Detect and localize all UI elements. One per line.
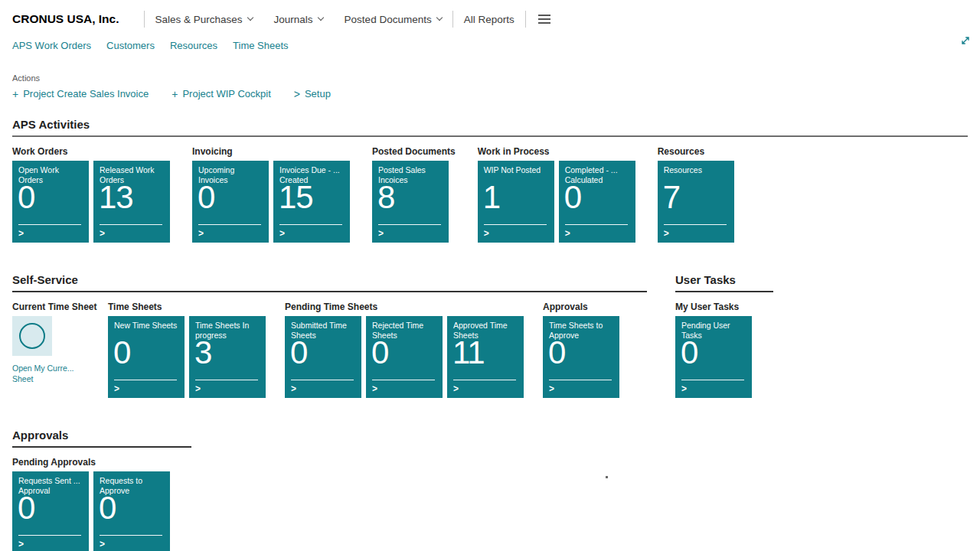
tile-divider [378,224,441,225]
cue-tile-submitted-time-sheets[interactable]: Submitted Time Sheets0> [285,316,361,398]
cue-tile-value: 0 [18,181,34,214]
tile-divider [565,224,628,225]
cue-tile-wip-not-posted[interactable]: WIP Not Posted1> [478,161,554,243]
cue-group-current-time-sheet: Current Time SheetOpen My Curre... Sheet [12,302,89,384]
chevron-down-icon [436,15,442,21]
action-label: Project Create Sales Invoice [23,88,149,99]
cue-tile-value: 0 [371,337,388,369]
cue-tile-value: 0 [113,337,130,369]
cue-tile-requests-sent-approval[interactable]: Requests Sent ... Approval0> [12,471,89,551]
cue-tile-value: 7 [663,181,680,214]
section-title: Self-Service [12,273,647,286]
cue-tile-new-time-sheets[interactable]: New Time Sheets0> [108,316,185,398]
cue-tile-value: 0 [564,181,581,214]
company-name[interactable]: CRONUS USA, Inc. [12,12,119,26]
expand-diagonal-icon[interactable] [960,35,971,49]
tile-divider [18,224,81,225]
nav-item-posted-documents[interactable]: Posted Documents [345,14,442,25]
subnav-item-resources[interactable]: Resources [170,40,217,51]
section-user-tasks: User Tasks My User TasksPending User Tas… [675,273,773,398]
subnav-item-customers[interactable]: Customers [106,40,155,51]
cue-tile-released-work-orders[interactable]: Released Work Orders13> [93,161,170,243]
groups-row: My User TasksPending User Tasks0> [675,302,773,398]
cue-tile-value: 0 [681,337,697,369]
group-label: Pending Approvals [12,457,170,468]
actions-row: +Project Create Sales Invoice+Project WI… [12,88,968,99]
chevron-down-icon [317,15,323,21]
cue-tile-requests-to-approve[interactable]: Requests to Approve0> [93,471,170,551]
chevron-right-icon: > [114,383,119,394]
nav-item-sales-purchases[interactable]: Sales & Purchases [155,14,253,25]
action-setup[interactable]: >Setup [294,88,331,99]
cue-group-invoicing: InvoicingUpcoming Invoices0>Invoices Due… [192,146,350,243]
hamburger-menu-icon[interactable] [537,11,552,27]
subnav-item-time-sheets[interactable]: Time Sheets [233,40,289,51]
nav-item-journals[interactable]: Journals [274,14,323,25]
cue-tile-pending-user-tasks[interactable]: Pending User Tasks0> [675,316,752,398]
tile-divider [100,224,162,225]
cue-group-time-sheets: Time SheetsNew Time Sheets0>Time Sheets … [108,302,266,398]
cue-group-work-in-process: Work in ProcessWIP Not Posted1>Completed… [478,146,635,243]
group-label: Time Sheets [108,302,266,312]
chevron-right-icon: > [484,228,489,239]
nav-divider [144,11,145,28]
cue-group-pending-time-sheets: Pending Time SheetsSubmitted Time Sheets… [285,302,524,398]
cue-tile-value: 0 [18,492,34,524]
tile-divider [114,380,177,380]
action-label: Setup [305,88,331,99]
cue-tile-value: 15 [279,181,313,214]
section-rule [12,291,647,292]
tile-divider [100,535,162,536]
chevron-right-icon: > [18,228,24,239]
tiles-row: WIP Not Posted1>Completed - ... Calculat… [478,161,635,243]
groups-row: Work OrdersOpen Work Orders0>Released Wo… [12,146,968,243]
cue-group-my-user-tasks: My User TasksPending User Tasks0> [675,302,752,398]
cue-tile-value: 13 [99,181,133,214]
cue-tile-upcoming-invoices[interactable]: Upcoming Invoices0> [192,161,269,243]
circle-icon [19,323,45,349]
cue-tile-time-sheets-in-progress[interactable]: Time Sheets In progress3> [189,316,266,398]
group-label: Posted Documents [372,146,456,157]
tile-divider [279,224,342,225]
tile-divider [372,380,435,380]
tile-divider [291,380,354,380]
section-rule [12,446,191,448]
cue-group-posted-documents: Posted DocumentsPosted Sales Incoices8> [372,146,456,243]
cue-tile-invoices-due-created[interactable]: Invoices Due - ... Created15> [273,161,350,243]
tiles-row: Requests Sent ... Approval0>Requests to … [12,471,170,551]
chevron-right-icon: > [198,228,204,239]
subnav-item-aps-work-orders[interactable]: APS Work Orders [12,40,91,51]
section-title: APS Activities [12,118,968,131]
group-label: Resources [658,146,734,157]
tile-divider [198,224,261,225]
cue-tile-open-work-orders[interactable]: Open Work Orders0> [12,161,89,243]
tiles-row: Time Sheets to Approve0> [543,316,619,398]
group-label: Work Orders [12,146,170,157]
actions-label: Actions [12,73,968,83]
action-project-create-sales-invoice[interactable]: +Project Create Sales Invoice [12,88,149,99]
cue-tile-value: 0 [99,492,116,524]
cue-tile-time-sheets-to-approve[interactable]: Time Sheets to Approve0> [543,316,619,398]
chevron-right-icon: > [291,383,296,394]
chevron-right-icon: > [100,539,105,549]
top-navigation-bar: CRONUS USA, Inc. Sales & Purchases Journ… [12,6,968,32]
cue-tile-value: 11 [452,337,485,369]
artifact-dot [606,476,608,478]
cue-tile-approved-time-sheets[interactable]: Approved Time Sheets11> [447,316,524,398]
chevron-right-icon: > [565,228,570,239]
section-title: Approvals [12,429,191,442]
open-current-time-sheet-link[interactable]: Open My Curre... Sheet [12,363,89,384]
section-rule [12,135,968,137]
nav-item-all-reports[interactable]: All Reports [464,14,514,25]
sub-navigation: APS Work OrdersCustomersResourcesTime Sh… [12,37,968,54]
cue-tile-posted-sales-incoices[interactable]: Posted Sales Incoices8> [372,161,449,243]
cue-tile-resources[interactable]: Resources7> [658,161,734,243]
cue-tile-completed-calculated[interactable]: Completed - ... Calculated0> [559,161,635,243]
tile-divider [18,535,81,536]
cue-group-work-orders: Work OrdersOpen Work Orders0>Released Wo… [12,146,170,243]
action-project-wip-cockpit[interactable]: +Project WIP Cockpit [172,88,271,99]
cue-tile-rejected-time-sheets[interactable]: Rejected Time Sheets0> [366,316,443,398]
current-time-sheet-tile[interactable] [12,316,52,356]
chevron-right-icon: > [100,228,105,239]
tile-divider [681,380,744,380]
